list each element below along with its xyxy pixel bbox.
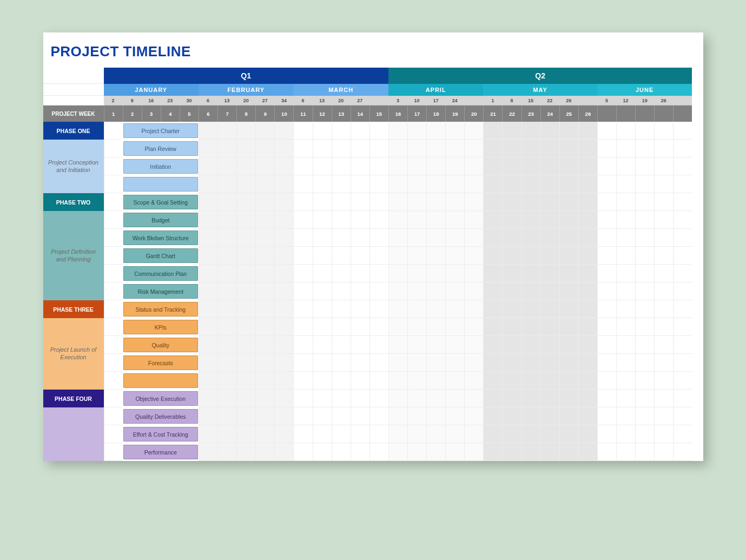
task-bar[interactable]: Scope & Goal Setting <box>123 195 198 209</box>
grid-cell <box>616 140 635 157</box>
grid-cell <box>464 390 483 407</box>
grid-cell <box>236 318 255 336</box>
grid-cell <box>464 372 483 390</box>
grid-cell <box>578 407 597 425</box>
grid-cell <box>521 336 540 354</box>
project-week-cell: 23 <box>521 106 540 122</box>
grid-cell <box>597 282 616 300</box>
grid-cell <box>407 193 426 211</box>
grid-cell <box>236 265 255 282</box>
grid-cell <box>559 247 578 265</box>
grid-cell <box>274 211 293 229</box>
task-bar[interactable]: Initiation <box>123 159 198 174</box>
grid-cell <box>673 336 692 354</box>
grid-cell <box>578 211 597 229</box>
grid-cell <box>255 318 274 336</box>
grid-cell <box>578 282 597 300</box>
grid-cell <box>369 425 388 443</box>
grid-cell <box>255 247 274 265</box>
grid-cell <box>540 247 559 265</box>
grid-cell <box>332 175 351 193</box>
grid-cell <box>332 300 351 318</box>
task-bar[interactable]: Communication Plan <box>123 266 198 281</box>
grid-cell <box>199 157 217 175</box>
grid-cell <box>654 372 673 390</box>
project-week-cell: 3 <box>142 106 161 122</box>
task-bar[interactable]: Forecasts <box>123 355 198 370</box>
grid-cell <box>502 318 521 336</box>
grid-cell <box>559 372 578 390</box>
grid-cell <box>502 229 521 247</box>
grid-cell <box>407 140 426 157</box>
grid-cell <box>388 122 407 140</box>
grid-cell <box>464 336 483 354</box>
grid-cell <box>445 229 464 247</box>
grid-cell <box>483 211 502 229</box>
project-week-cell: 6 <box>199 106 217 122</box>
grid-cell <box>445 425 464 443</box>
grid-cell <box>635 407 654 425</box>
grid-cell <box>104 443 123 461</box>
grid-cell <box>199 372 217 390</box>
grid-cell <box>502 157 521 175</box>
grid-cell <box>559 140 578 157</box>
grid-cell <box>521 157 540 175</box>
grid-cell <box>199 390 217 407</box>
grid-cell <box>104 122 123 140</box>
grid-cell <box>313 372 332 390</box>
task-bar[interactable]: Quality <box>123 338 198 352</box>
date-cell: 27 <box>351 96 369 106</box>
grid-cell <box>199 175 217 193</box>
grid-cell <box>313 211 332 229</box>
grid-cell <box>597 140 616 157</box>
grid-cell <box>217 193 236 211</box>
task-bar[interactable]: Status and Tracking <box>123 302 198 317</box>
grid-cell <box>445 354 464 372</box>
project-week-cell: 2 <box>123 106 142 122</box>
grid-cell <box>274 282 293 300</box>
grid-cell <box>597 157 616 175</box>
task-bar[interactable]: KPIs <box>123 320 198 334</box>
grid-cell <box>104 425 123 443</box>
grid-cell <box>616 175 635 193</box>
task-bar[interactable]: Risk Management <box>123 284 198 299</box>
task-bar[interactable]: Budget <box>123 213 198 227</box>
grid-cell <box>313 425 332 443</box>
grid-cell <box>313 443 332 461</box>
grid-cell <box>635 211 654 229</box>
grid-cell <box>332 336 351 354</box>
grid-cell <box>673 372 692 390</box>
date-cell: 26 <box>654 96 673 106</box>
grid-cell <box>616 229 635 247</box>
grid-cell <box>104 336 123 354</box>
task-bar[interactable]: Work Bkdwn Structure <box>123 230 198 245</box>
task-bar[interactable]: Quality Deliverables <box>123 409 198 424</box>
task-bar[interactable]: Project Charter <box>123 123 198 138</box>
task-bar[interactable] <box>123 177 198 192</box>
project-week-cell: 26 <box>578 106 597 122</box>
grid-cell <box>654 140 673 157</box>
task-bar[interactable]: Effort & Cost Tracking <box>123 427 198 442</box>
grid-cell <box>104 175 123 193</box>
task-bar[interactable]: Plan Review <box>123 141 198 156</box>
grid-cell <box>445 300 464 318</box>
grid-cell <box>540 265 559 282</box>
grid-cell <box>217 372 236 390</box>
task-bar[interactable]: Gantt Chart <box>123 248 198 263</box>
grid-cell <box>274 372 293 390</box>
grid-cell <box>654 282 673 300</box>
grid-cell <box>654 122 673 140</box>
grid-cell <box>502 122 521 140</box>
grid-cell <box>407 247 426 265</box>
grid-cell <box>578 175 597 193</box>
grid-cell <box>502 282 521 300</box>
grid-cell <box>445 193 464 211</box>
grid-cell <box>673 300 692 318</box>
grid-cell <box>313 336 332 354</box>
grid-cell <box>332 265 351 282</box>
date-cell: 34 <box>274 96 293 106</box>
phase-header: PHASE ONE <box>43 122 104 140</box>
task-bar[interactable] <box>123 373 198 388</box>
task-bar[interactable]: Objective Execution <box>123 391 198 406</box>
task-bar[interactable]: Performance <box>123 445 198 459</box>
